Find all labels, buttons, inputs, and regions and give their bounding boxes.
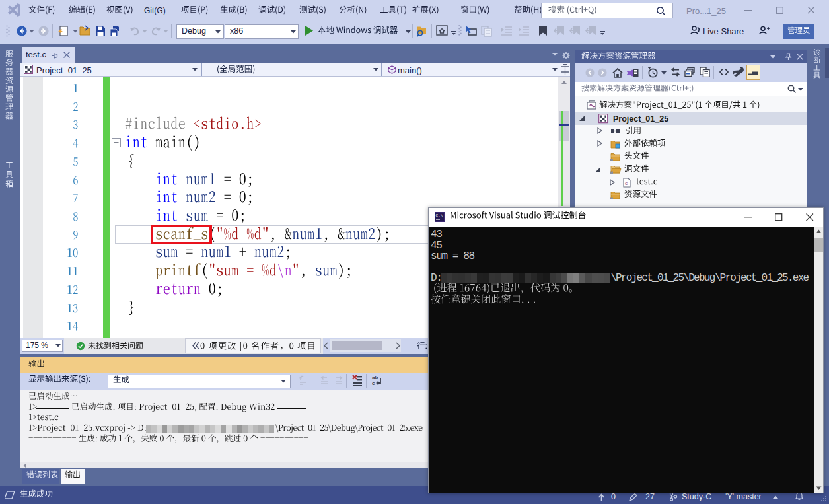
svg-text:C:\: C:\ — [436, 213, 443, 218]
svg-text:c: c — [625, 180, 628, 186]
svg-text:ab: ab — [372, 375, 378, 380]
svg-text:c: c — [372, 380, 375, 386]
